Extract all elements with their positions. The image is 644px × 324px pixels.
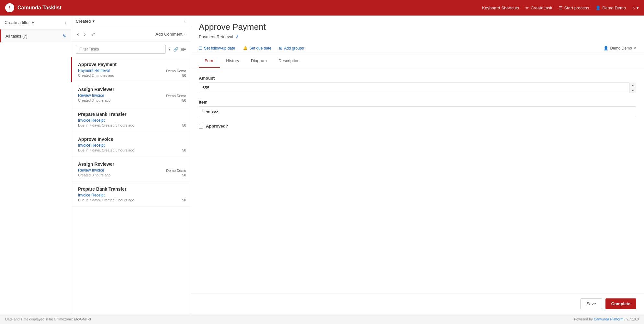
logo-letter: ! [9, 5, 11, 10]
detail-form: Amount ▲ ▼ Item Approved? [191, 68, 644, 294]
task-filter-bar: 7 🔗 ⊞▾ [71, 41, 191, 57]
task-item-time: Created 2 minutes ago [78, 73, 114, 77]
task-item-process: Invoice Receipt [78, 193, 105, 197]
task-item-header-meta: Invoice Receipt [78, 193, 186, 198]
detail-tabs: Form History Diagram Description [191, 54, 644, 68]
tab-history[interactable]: History [220, 54, 245, 68]
follow-up-date-btn[interactable]: ☰ Set follow-up date [199, 46, 235, 50]
task-item-priority: 50 [182, 98, 186, 102]
task-item-process: Payment Retrieval [78, 68, 110, 73]
panel-nav-right: Add Comment + [155, 32, 186, 37]
start-process-icon: ☰ [559, 6, 563, 10]
task-item-meta: Created 2 minutes ago 50 [78, 73, 186, 77]
sidebar-header: Create a filter + ‹ [0, 16, 71, 29]
item-label: Item [199, 100, 636, 105]
amount-input[interactable] [199, 83, 636, 93]
powered-by: Powered by Camunda Platform / v.7.19.0 [574, 317, 639, 321]
navbar: ! Camunda Tasklist Keyboard Shortcuts ✏ … [0, 0, 644, 16]
task-item-priority: 50 [182, 173, 186, 177]
panel-nav-left: ‹ › ⤢ [76, 30, 96, 39]
task-item-header-meta: Payment Retrieval Demo Demo [78, 68, 186, 73]
task-item-priority: 50 [182, 148, 186, 152]
collapse-right-btn[interactable]: › [83, 30, 87, 39]
task-list-scroll: Approve Payment Payment Retrieval Demo D… [71, 57, 191, 314]
task-item-name: Prepare Bank Transfer [78, 186, 186, 192]
task-item[interactable]: Approve Invoice Invoice Receipt Due in 7… [71, 132, 191, 157]
navbar-brand: ! Camunda Tasklist [5, 3, 482, 12]
task-item[interactable]: Prepare Bank Transfer Invoice Receipt Du… [71, 182, 191, 207]
tab-description[interactable]: Description [273, 54, 305, 68]
amount-increment-btn[interactable]: ▲ [629, 83, 636, 88]
tab-form[interactable]: Form [199, 54, 220, 68]
camunda-platform-link[interactable]: Camunda Platform [594, 317, 624, 321]
create-filter-btn[interactable]: Create a filter + [5, 20, 34, 25]
detail-title: Approve Payment [199, 22, 636, 32]
approved-checkbox[interactable] [199, 124, 203, 128]
expand-btn[interactable]: ⤢ [90, 30, 96, 39]
start-process-link[interactable]: ☰ Start process [559, 6, 589, 10]
approved-label: Approved? [206, 124, 228, 128]
save-button[interactable]: Save [580, 298, 602, 309]
task-list-sort-actions: + [184, 19, 186, 24]
task-item[interactable]: Prepare Bank Transfer Invoice Receipt Du… [71, 107, 191, 132]
main-container: Create a filter + ‹ All tasks (7) ✎ Crea… [0, 16, 644, 314]
keyboard-shortcuts-link[interactable]: Keyboard Shortcuts [482, 6, 519, 10]
task-item-time: Due in 7 days, Created 3 hours ago [78, 198, 134, 202]
home-icon: ⌂ [632, 6, 635, 10]
add-comment-btn[interactable]: Add Comment + [155, 32, 186, 37]
add-task-icon[interactable]: + [184, 19, 186, 24]
add-groups-btn[interactable]: ⊞ Add groups [279, 46, 304, 50]
filter-link-icon[interactable]: 🔗 [173, 47, 178, 52]
add-comment-label: Add Comment [155, 32, 182, 37]
create-task-link[interactable]: ✏ Create task [525, 6, 552, 10]
tab-diagram[interactable]: Diagram [245, 54, 273, 68]
task-item[interactable]: Assign Reviewer Review Invoice Demo Demo… [71, 157, 191, 182]
remove-assignee-btn[interactable]: × [634, 46, 636, 51]
task-item-header-meta: Review Invoice Demo Demo [78, 93, 186, 98]
task-item-assignee: Demo Demo [166, 94, 186, 98]
task-item-name: Prepare Bank Transfer [78, 112, 186, 117]
user-link[interactable]: 👤 Demo Demo [595, 6, 626, 10]
sort-dropdown[interactable]: Created ▾ [76, 19, 95, 24]
task-item-assignee: Demo Demo [166, 169, 186, 173]
task-item-time: Created 3 hours ago [78, 98, 110, 102]
collapse-left-btn[interactable]: ‹ [76, 30, 80, 39]
complete-button[interactable]: Complete [605, 298, 636, 309]
footer-bar: Date and Time displayed in local timezon… [0, 314, 644, 324]
task-item-meta: Created 3 hours ago 50 [78, 173, 186, 177]
amount-label: Amount [199, 76, 636, 81]
sidebar-item-all-tasks[interactable]: All tasks (7) ✎ [0, 29, 71, 42]
task-filter-count: 7 [168, 47, 171, 51]
task-filter-icons: 🔗 ⊞▾ [173, 47, 186, 52]
task-item-process: Invoice Receipt [78, 118, 105, 123]
task-item-priority: 50 [182, 198, 186, 202]
amount-decrement-btn[interactable]: ▼ [629, 88, 636, 93]
task-item-meta: Due in 7 days, Created 3 hours ago 50 [78, 148, 186, 152]
home-link[interactable]: ⌂ ▾ [632, 6, 639, 10]
detail-footer: Save Complete [191, 294, 644, 314]
task-item-header-meta: Invoice Receipt [78, 118, 186, 123]
task-item[interactable]: Approve Payment Payment Retrieval Demo D… [71, 57, 191, 82]
amount-spinners: ▲ ▼ [629, 83, 636, 93]
task-item-time: Due in 7 days, Created 3 hours ago [78, 148, 134, 152]
navbar-actions: Keyboard Shortcuts ✏ Create task ☰ Start… [482, 6, 639, 10]
task-item-name: Approve Invoice [78, 137, 186, 142]
filter-sort-icon[interactable]: ⊞▾ [180, 47, 186, 52]
task-item[interactable]: Assign Reviewer Review Invoice Demo Demo… [71, 82, 191, 107]
due-date-btn[interactable]: 🔔 Set due date [243, 46, 271, 50]
task-filter-input[interactable] [76, 45, 166, 54]
user-icon: 👤 [595, 6, 601, 10]
edit-filter-icon[interactable]: ✎ [62, 33, 66, 39]
home-chevron-icon: ▾ [637, 6, 639, 10]
follow-up-label: Set follow-up date [204, 46, 235, 50]
task-item-assignee: Demo Demo [166, 69, 186, 73]
sidebar-collapse-btn[interactable]: ‹ [65, 19, 66, 25]
process-link-icon[interactable]: ↗ [235, 34, 239, 39]
task-item-process: Invoice Receipt [78, 143, 105, 148]
task-item-process: Review Invoice [78, 168, 104, 173]
all-tasks-label: All tasks (7) [6, 34, 28, 39]
assignee-name: Demo Demo [610, 46, 632, 50]
item-input[interactable] [199, 106, 636, 117]
assignee-icon: 👤 [604, 46, 608, 50]
task-item-time: Due in 7 days, Created 3 hours ago [78, 123, 134, 127]
